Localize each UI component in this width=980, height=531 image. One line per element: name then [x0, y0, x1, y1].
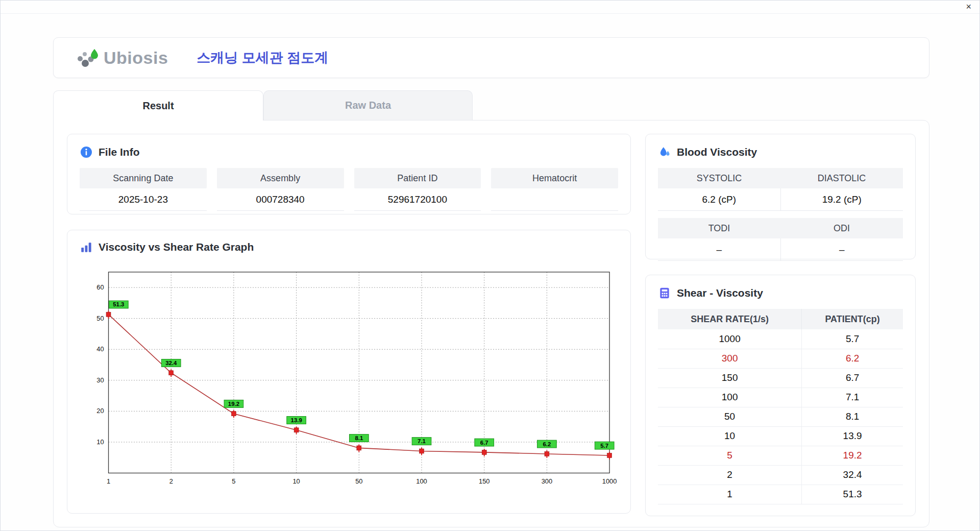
bv-metric-value: –	[658, 238, 781, 261]
file-info-field: Patient ID52961720100	[354, 168, 481, 211]
right-column: Blood Viscosity SYSTOLICDIASTOLIC6.2 (cP…	[645, 134, 916, 514]
shear-rate-cell: 1	[658, 485, 802, 504]
svg-text:51.3: 51.3	[113, 301, 124, 307]
field-label: Patient ID	[354, 168, 481, 188]
svg-text:150: 150	[479, 477, 489, 485]
svg-text:8.1: 8.1	[355, 435, 363, 441]
blood-viscosity-card: Blood Viscosity SYSTOLICDIASTOLIC6.2 (cP…	[645, 134, 916, 259]
table-row: 1506.7	[658, 368, 903, 388]
field-label: Hematocrit	[491, 168, 618, 188]
tab-raw-data[interactable]: Raw Data	[263, 90, 473, 120]
svg-text:1: 1	[107, 477, 110, 485]
content-area: Ubiosis 스캐닝 모세관 점도계 Result Raw Data File	[53, 37, 929, 527]
patient-value-cell: 6.2	[802, 349, 903, 368]
table-row: 10005.7	[658, 329, 903, 349]
bv-value-row: ––	[658, 238, 903, 261]
blood-viscosity-header: Blood Viscosity	[658, 146, 903, 159]
file-info-fields: Scanning Date2025-10-23Assembly000728340…	[80, 168, 618, 211]
patient-value-cell: 32.4	[802, 465, 903, 485]
file-info-card: File Info Scanning Date2025-10-23Assembl…	[67, 134, 631, 214]
left-column: File Info Scanning Date2025-10-23Assembl…	[67, 134, 631, 514]
shear-rate-cell: 2	[658, 465, 802, 485]
graph-card: Viscosity vs Shear Rate Graph 1020304050…	[67, 230, 631, 514]
bv-label-row: TODIODI	[658, 218, 903, 238]
shear-viscosity-card: Shear - Viscosity SHEAR RATE(1/s)PATIENT…	[645, 275, 916, 516]
column-header: PATIENT(cp)	[802, 309, 903, 329]
svg-text:19.2: 19.2	[228, 401, 239, 407]
bv-metric-label: TODI	[658, 218, 780, 238]
svg-text:1000: 1000	[602, 477, 617, 485]
logo-mark-icon	[74, 46, 101, 69]
titlebar: ×	[1, 1, 979, 14]
bv-metric-value: –	[781, 238, 903, 261]
patient-value-cell: 13.9	[802, 426, 903, 446]
tab-bar: Result Raw Data	[53, 90, 929, 120]
svg-text:5: 5	[232, 477, 235, 485]
droplet-icon	[658, 146, 671, 159]
file-info-field: Scanning Date2025-10-23	[80, 168, 207, 211]
field-label: Scanning Date	[80, 168, 207, 188]
field-value: 2025-10-23	[80, 188, 207, 211]
viscosity-shear-chart: 1020304050601251050100150300100051.332.4…	[80, 263, 618, 501]
svg-text:6.2: 6.2	[543, 441, 551, 447]
shear-viscosity-header: Shear - Viscosity	[658, 286, 903, 300]
blood-viscosity-title: Blood Viscosity	[677, 146, 757, 158]
shear-viscosity-table: SHEAR RATE(1/s)PATIENT(cp)10005.73006.21…	[658, 309, 903, 504]
patient-value-cell: 19.2	[802, 446, 903, 465]
table-row: 1007.1	[658, 388, 903, 407]
svg-text:20: 20	[96, 407, 104, 415]
svg-text:300: 300	[542, 477, 552, 485]
table-row: 519.2	[658, 446, 903, 465]
field-label: Assembly	[217, 168, 344, 188]
table-row: 232.4	[658, 465, 903, 485]
svg-text:40: 40	[96, 345, 104, 353]
table-row: 151.3	[658, 485, 903, 504]
shear-rate-cell: 1000	[658, 329, 802, 349]
tab-result[interactable]: Result	[53, 90, 263, 120]
patient-value-cell: 7.1	[802, 388, 903, 407]
calculator-icon	[658, 286, 671, 300]
table-row: 508.1	[658, 407, 903, 426]
bv-metric-value: 19.2 (cP)	[781, 188, 903, 211]
file-info-field: Assembly000728340	[217, 168, 344, 211]
main-panel: File Info Scanning Date2025-10-23Assembl…	[53, 120, 929, 527]
svg-text:10: 10	[292, 477, 300, 485]
svg-text:30: 30	[96, 376, 104, 384]
bv-metric-value: 6.2 (cP)	[658, 188, 781, 211]
brand-name: Ubiosis	[104, 48, 168, 68]
shear-rate-cell: 300	[658, 349, 802, 368]
svg-text:10: 10	[96, 438, 104, 446]
svg-text:2: 2	[169, 477, 173, 485]
column-header: SHEAR RATE(1/s)	[658, 309, 802, 329]
svg-text:50: 50	[96, 315, 104, 322]
close-icon[interactable]: ×	[966, 2, 971, 12]
svg-text:7.1: 7.1	[418, 438, 426, 444]
bv-metric-label: DIASTOLIC	[780, 168, 903, 188]
bar-chart-icon	[80, 240, 93, 254]
app-window: × Ubiosis 스캐닝 모세관 점도계 Result Raw Data	[0, 0, 980, 531]
file-info-header: File Info	[80, 146, 618, 159]
svg-text:50: 50	[355, 477, 362, 485]
svg-text:60: 60	[96, 283, 104, 291]
patient-value-cell: 6.7	[802, 368, 903, 388]
file-info-field: Hematocrit	[491, 168, 618, 211]
field-value: 000728340	[217, 188, 344, 211]
svg-text:13.9: 13.9	[291, 417, 302, 423]
blood-viscosity-grid: SYSTOLICDIASTOLIC6.2 (cP)19.2 (cP)TODIOD…	[658, 168, 903, 261]
svg-text:32.4: 32.4	[165, 360, 177, 366]
svg-text:100: 100	[416, 477, 427, 485]
patient-value-cell: 5.7	[802, 329, 903, 349]
shear-rate-cell: 5	[658, 446, 802, 465]
patient-value-cell: 8.1	[802, 407, 903, 426]
bv-label-row: SYSTOLICDIASTOLIC	[658, 168, 903, 188]
bv-value-row: 6.2 (cP)19.2 (cP)	[658, 188, 903, 211]
shear-rate-cell: 10	[658, 426, 802, 446]
shear-viscosity-title: Shear - Viscosity	[677, 287, 763, 299]
patient-value-cell: 51.3	[802, 485, 903, 504]
file-info-title: File Info	[99, 146, 140, 158]
shear-rate-cell: 50	[658, 407, 802, 426]
shear-rate-cell: 150	[658, 368, 802, 388]
graph-header: Viscosity vs Shear Rate Graph	[80, 240, 618, 254]
svg-text:5.7: 5.7	[600, 443, 608, 449]
info-icon	[80, 146, 93, 159]
